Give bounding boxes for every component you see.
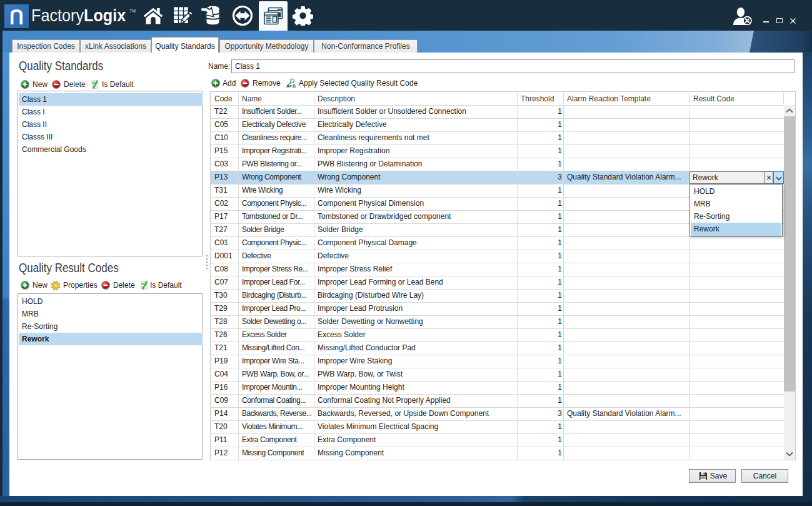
svg-text:B: B	[293, 84, 296, 88]
